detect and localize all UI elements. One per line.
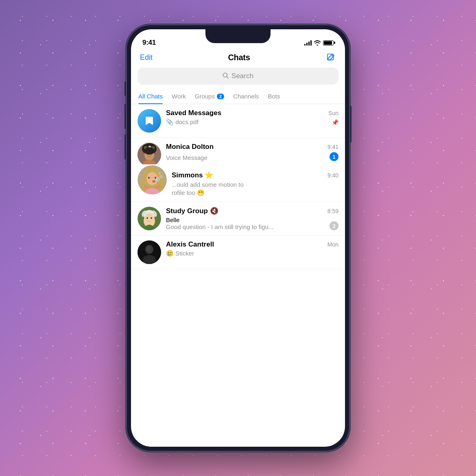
- chat-time-alexis: Mon: [328, 241, 338, 248]
- svg-point-19: [156, 178, 159, 181]
- chat-content-study: Study Group 🔇 8:59 Belle Good question -…: [166, 207, 338, 230]
- avatar-saved-messages: [138, 109, 161, 133]
- svg-point-10: [151, 154, 152, 155]
- chat-content-saved: Saved Messages Sun 📎 docs.pdf 📌: [166, 109, 338, 126]
- svg-point-26: [151, 217, 152, 219]
- compose-button[interactable]: [325, 52, 336, 63]
- avatar-simmons: [138, 165, 167, 194]
- svg-point-18: [152, 180, 155, 183]
- avatar-alexis: [138, 240, 161, 264]
- chat-time-saved: Sun: [328, 110, 338, 116]
- svg-point-16: [148, 177, 150, 179]
- svg-point-21: [159, 172, 160, 174]
- search-bar[interactable]: Search: [138, 68, 338, 85]
- tab-groups[interactable]: Groups 2: [195, 90, 224, 104]
- svg-point-20: [160, 175, 162, 178]
- status-time: 9:41: [142, 39, 156, 47]
- tab-bots[interactable]: Bots: [268, 90, 280, 104]
- chat-preview-saved: 📎 docs.pdf: [166, 118, 332, 126]
- chat-preview-monica: Voice Message: [166, 154, 330, 161]
- svg-point-8: [144, 147, 155, 155]
- chat-list: Saved Messages Sun 📎 docs.pdf 📌: [131, 104, 345, 269]
- wifi-icon: [314, 40, 321, 46]
- chat-time-monica: 9:41: [328, 144, 338, 150]
- chat-item-study-group[interactable]: Study Group 🔇 8:59 Belle Good question -…: [131, 202, 345, 236]
- tab-all-chats[interactable]: All Chats: [138, 90, 163, 104]
- chat-name-study: Study Group 🔇: [166, 207, 218, 215]
- chat-preview-alexis: 🥲 Sticker: [166, 250, 338, 257]
- chat-name-monica: Monica Dolton: [166, 143, 214, 151]
- svg-point-25: [146, 217, 148, 219]
- chat-content-monica: Monica Dolton 9:41 Voice Message 1: [166, 143, 338, 161]
- badge-study: 2: [330, 221, 338, 230]
- chat-time-study: 8:59: [328, 208, 338, 214]
- search-placeholder: Search: [231, 72, 253, 80]
- avatar-study-group: [138, 207, 161, 230]
- avatar-monica: [138, 143, 161, 166]
- chat-item-alexis[interactable]: Alexis Cantrell Mon 🥲 Sticker: [131, 236, 345, 269]
- chat-name-simmons: Simmons ⭐: [172, 171, 213, 179]
- chat-time-simmons: 9:40: [328, 172, 338, 179]
- chat-preview-simmons: ...ould add some motion torofile too 😁: [172, 181, 338, 197]
- chat-content-alexis: Alexis Cantrell Mon 🥲 Sticker: [166, 240, 338, 257]
- tab-work[interactable]: Work: [172, 90, 186, 104]
- chat-name-alexis: Alexis Cantrell: [166, 240, 214, 249]
- svg-point-9: [147, 154, 148, 155]
- chat-item-saved-messages[interactable]: Saved Messages Sun 📎 docs.pdf 📌: [131, 104, 345, 138]
- chat-preview-study: Good question - I am still trying to fig…: [166, 223, 330, 230]
- search-container: Search: [131, 68, 345, 90]
- tab-channels[interactable]: Channels: [233, 90, 259, 104]
- phone-notch: [205, 29, 271, 43]
- search-icon: [223, 72, 229, 80]
- signal-icon: [304, 40, 312, 46]
- svg-point-24: [144, 213, 155, 225]
- page-title: Chats: [228, 53, 250, 62]
- chat-sender-study: Belle: [166, 216, 330, 223]
- chat-name-saved: Saved Messages: [166, 109, 221, 117]
- compose-icon: [326, 53, 335, 62]
- chat-item-simmons[interactable]: Simmons ⭐ 9:40 ...ould add some motion t…: [131, 164, 345, 202]
- edit-button[interactable]: Edit: [140, 53, 153, 62]
- battery-icon: [323, 40, 334, 46]
- pin-icon-saved: 📌: [332, 119, 338, 126]
- filter-tabs: All Chats Work Groups 2 Channels Bots: [131, 90, 345, 104]
- svg-point-17: [155, 177, 156, 179]
- groups-badge: 2: [217, 94, 224, 99]
- phone-screen: 9:41: [131, 29, 345, 447]
- chat-content-simmons: Simmons ⭐ 9:40 ...ould add some motion t…: [172, 169, 338, 197]
- app-header: Edit Chats: [131, 50, 345, 68]
- svg-point-30: [146, 246, 151, 251]
- status-icons: [304, 40, 334, 46]
- badge-monica: 1: [330, 152, 338, 161]
